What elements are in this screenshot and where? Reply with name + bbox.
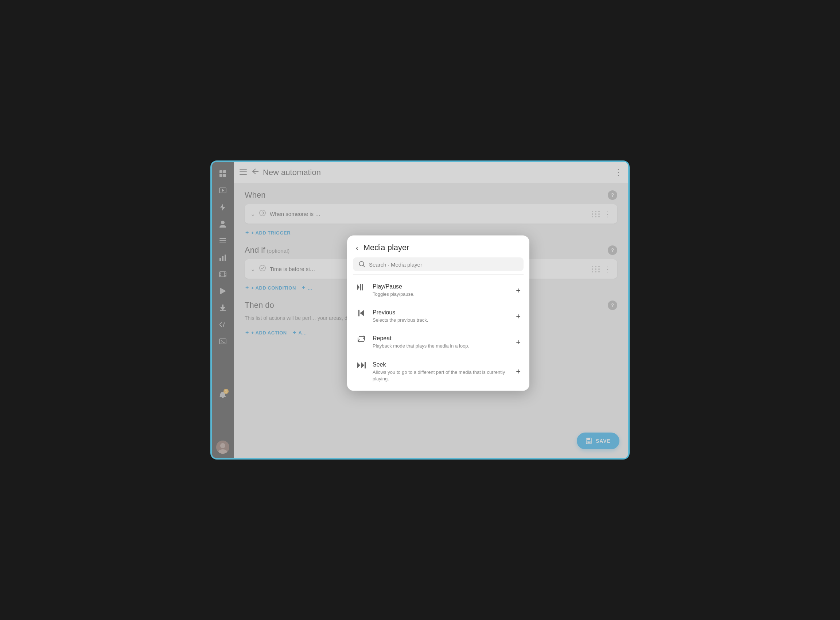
seek-icon	[356, 362, 367, 368]
previous-add-button[interactable]: +	[516, 312, 521, 321]
modal-item-seek[interactable]: Seek Allows you to go to a different par…	[347, 355, 529, 388]
modal-item-repeat[interactable]: Repeat Playback mode that plays the medi…	[347, 330, 529, 355]
seek-add-button[interactable]: +	[516, 367, 521, 376]
repeat-icon	[356, 336, 367, 342]
search-icon	[359, 261, 365, 268]
play-pause-icon	[356, 284, 367, 290]
app-frame: 1	[210, 161, 630, 459]
svg-marker-44	[357, 284, 359, 290]
svg-rect-51	[365, 362, 366, 368]
svg-marker-50	[361, 362, 364, 368]
modal-header: ‹ Media player	[347, 236, 529, 257]
svg-rect-45	[360, 284, 361, 290]
svg-marker-47	[360, 310, 364, 316]
modal-title: Media player	[364, 243, 409, 252]
modal-item-list: Play/Pause Toggles play/pause. + Previou…	[347, 275, 529, 391]
seek-text: Seek Allows you to go to a different par…	[373, 361, 510, 382]
svg-rect-46	[362, 284, 363, 290]
previous-icon	[356, 310, 367, 316]
repeat-add-button[interactable]: +	[516, 338, 521, 347]
svg-marker-49	[357, 362, 360, 368]
modal-search-input[interactable]	[369, 261, 518, 267]
play-pause-add-button[interactable]: +	[516, 286, 521, 295]
media-player-modal: ‹ Media player	[347, 236, 529, 391]
svg-point-42	[359, 262, 364, 266]
modal-back-button[interactable]: ‹	[356, 243, 358, 252]
svg-line-43	[363, 265, 365, 267]
play-pause-text: Play/Pause Toggles play/pause.	[373, 283, 510, 298]
repeat-text: Repeat Playback mode that plays the medi…	[373, 335, 510, 349]
modal-search-bar[interactable]	[353, 257, 523, 271]
modal-item-previous[interactable]: Previous Selects the previous track. +	[347, 304, 529, 330]
previous-text: Previous Selects the previous track.	[373, 309, 510, 324]
modal-item-playpause[interactable]: Play/Pause Toggles play/pause. +	[347, 278, 529, 304]
svg-rect-48	[358, 310, 359, 316]
